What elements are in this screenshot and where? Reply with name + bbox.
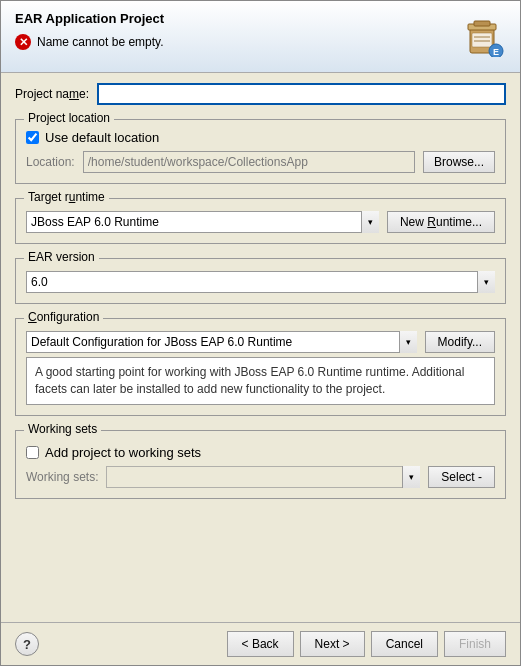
back-button[interactable]: < Back: [227, 631, 294, 657]
ear-version-legend: EAR version: [24, 250, 99, 264]
project-location-group: Project location Use default location Lo…: [15, 119, 506, 184]
configuration-select-row: Default Configuration for JBoss EAP 6.0 …: [26, 331, 495, 353]
working-sets-inner: Add project to working sets Working sets…: [26, 439, 495, 488]
project-name-label: Project name:: [15, 87, 89, 101]
target-runtime-select[interactable]: JBoss EAP 6.0 Runtime: [26, 211, 379, 233]
use-default-location-row[interactable]: Use default location: [26, 130, 495, 145]
target-runtime-legend: Target runtime: [24, 190, 109, 204]
dialog-footer: ? < Back Next > Cancel Finish: [1, 622, 520, 665]
browse-button[interactable]: Browse...: [423, 151, 495, 173]
project-name-input[interactable]: [97, 83, 506, 105]
use-default-location-label: Use default location: [45, 130, 159, 145]
configuration-combo[interactable]: Default Configuration for JBoss EAP 6.0 …: [26, 331, 417, 353]
target-runtime-group: Target runtime JBoss EAP 6.0 Runtime ▾ N…: [15, 198, 506, 244]
working-sets-group: Working sets Add project to working sets…: [15, 430, 506, 499]
add-to-working-sets-label: Add project to working sets: [45, 445, 201, 460]
configuration-legend: Configuration: [24, 310, 103, 324]
ear-version-group: EAR version 6.0 5.0 1.4 1.3 1.2 ▾: [15, 258, 506, 304]
finish-button[interactable]: Finish: [444, 631, 506, 657]
next-button[interactable]: Next >: [300, 631, 365, 657]
svg-text:E: E: [493, 47, 499, 57]
header-left: EAR Application Project ✕ Name cannot be…: [15, 11, 164, 50]
dialog-content: Project name: Project location Use defau…: [1, 73, 520, 622]
help-button[interactable]: ?: [15, 632, 39, 656]
modify-button[interactable]: Modify...: [425, 331, 495, 353]
location-row: Location: Browse...: [26, 151, 495, 173]
add-to-working-sets-row[interactable]: Add project to working sets: [26, 445, 495, 460]
error-icon: ✕: [15, 34, 31, 50]
project-location-legend: Project location: [24, 111, 114, 125]
ear-version-combo[interactable]: 6.0 5.0 1.4 1.3 1.2 ▾: [26, 271, 495, 293]
header-error-row: ✕ Name cannot be empty.: [15, 34, 164, 50]
working-sets-select[interactable]: [106, 466, 420, 488]
svg-rect-3: [472, 33, 492, 47]
ear-version-select-row: 6.0 5.0 1.4 1.3 1.2 ▾: [26, 271, 495, 293]
working-sets-combo[interactable]: ▾: [106, 466, 420, 488]
new-runtime-button[interactable]: New Runtime...: [387, 211, 495, 233]
configuration-description: A good starting point for working with J…: [26, 357, 495, 405]
dialog-title: EAR Application Project: [15, 11, 164, 26]
working-sets-legend: Working sets: [24, 422, 101, 436]
cancel-button[interactable]: Cancel: [371, 631, 438, 657]
use-default-location-checkbox[interactable]: [26, 131, 39, 144]
configuration-select[interactable]: Default Configuration for JBoss EAP 6.0 …: [26, 331, 417, 353]
location-input[interactable]: [83, 151, 415, 173]
working-sets-select-row: Working sets: ▾ Select -: [26, 466, 495, 488]
add-to-working-sets-checkbox[interactable]: [26, 446, 39, 459]
ear-version-select[interactable]: 6.0 5.0 1.4 1.3 1.2: [26, 271, 495, 293]
dialog-header: EAR Application Project ✕ Name cannot be…: [1, 1, 520, 73]
configuration-group: Configuration Default Configuration for …: [15, 318, 506, 416]
working-sets-label: Working sets:: [26, 470, 98, 484]
error-message: Name cannot be empty.: [37, 35, 164, 49]
svg-rect-2: [474, 21, 490, 26]
ear-project-icon: E: [458, 11, 506, 59]
project-name-row: Project name:: [15, 83, 506, 105]
target-runtime-combo[interactable]: JBoss EAP 6.0 Runtime ▾: [26, 211, 379, 233]
select-working-sets-button[interactable]: Select -: [428, 466, 495, 488]
location-label: Location:: [26, 155, 75, 169]
target-runtime-select-row: JBoss EAP 6.0 Runtime ▾ New Runtime...: [26, 211, 495, 233]
